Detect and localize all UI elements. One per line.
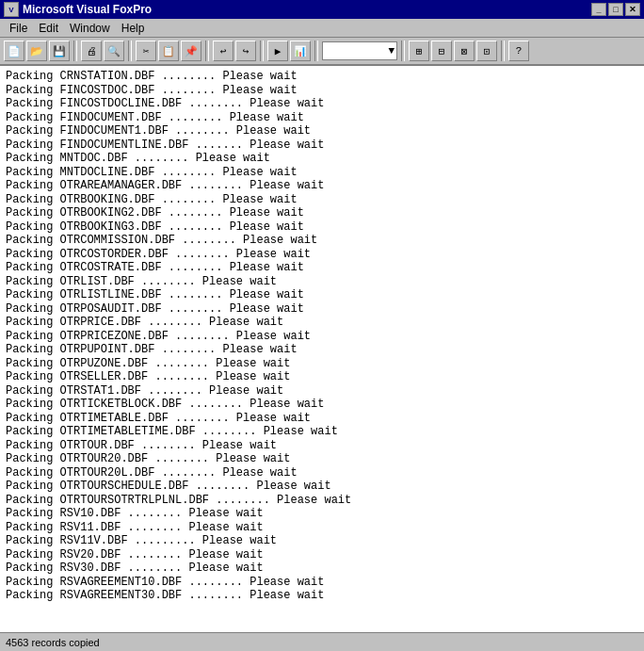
log-line: Packing OTRLISTLINE.DBF ........ Please … xyxy=(6,288,638,302)
log-line: Packing OTRAREAMANAGER.DBF ........ Plea… xyxy=(6,179,638,193)
open-button[interactable]: 📂 xyxy=(26,41,47,61)
log-line: Packing OTRPOSAUDIT.DBF ........ Please … xyxy=(6,302,638,317)
grid-button-3[interactable]: ⊠ xyxy=(454,41,475,61)
log-output: Packing CRNSTATION.DBF ........ Please w… xyxy=(0,66,644,632)
toolbar-separator-3 xyxy=(205,41,209,61)
grid-button-4[interactable]: ⊡ xyxy=(476,41,497,61)
log-line: Packing FINCOSTDOC.DBF ........ Please w… xyxy=(6,84,638,98)
undo-button[interactable]: ↩ xyxy=(213,41,233,61)
title-bar: V Microsoft Visual FoxPro _ □ ✕ xyxy=(0,0,644,19)
log-line: Packing MNTDOCLINE.DBF ........ Please w… xyxy=(6,166,638,180)
title-bar-buttons: _ □ ✕ xyxy=(591,3,640,16)
toolbar-separator-1 xyxy=(73,41,77,61)
new-button[interactable]: 📄 xyxy=(4,41,24,61)
menu-bar: File Edit Window Help xyxy=(0,19,644,38)
chevron-down-icon: ▼ xyxy=(388,45,394,57)
menu-edit[interactable]: Edit xyxy=(33,21,64,36)
copy-button[interactable]: 📋 xyxy=(158,41,179,61)
toolbar-separator-2 xyxy=(128,41,132,61)
toolbar-separator-6 xyxy=(401,41,405,61)
help-button[interactable]: ? xyxy=(508,41,529,61)
menu-window[interactable]: Window xyxy=(64,21,116,36)
redo-button[interactable]: ↪ xyxy=(235,41,256,61)
preview-button[interactable]: 🔍 xyxy=(104,41,124,61)
log-line: Packing OTRCOSTRATE.DBF ........ Please … xyxy=(6,261,638,275)
run-button[interactable]: ▶ xyxy=(267,41,288,61)
log-line: Packing OTRTOUR20L.DBF ........ Please w… xyxy=(6,466,638,480)
log-line: Packing OTRPUZONE.DBF ........ Please wa… xyxy=(6,357,638,371)
log-line: Packing OTRPUPOINT.DBF ........ Please w… xyxy=(6,343,638,357)
log-line: Packing OTRTIMETABLE.DBF ........ Please… xyxy=(6,412,638,426)
log-line: Packing OTRLIST.DBF ........ Please wait xyxy=(6,275,638,289)
cut-button[interactable]: ✂ xyxy=(136,41,156,61)
log-line: Packing OTRTOURSOTRTRLPLNL.DBF ........ … xyxy=(6,494,638,508)
log-line: Packing OTRSTAT1.DBF ........ Please wai… xyxy=(6,384,638,399)
font-dropdown[interactable]: ▼ xyxy=(322,41,397,60)
log-line: Packing RSV20.DBF ........ Please wait xyxy=(6,548,638,562)
status-bar: 4563 records copied xyxy=(0,632,644,651)
chart-button[interactable]: 📊 xyxy=(290,41,311,61)
app-icon: V xyxy=(4,2,19,17)
menu-file[interactable]: File xyxy=(4,21,33,36)
log-line: Packing OTRBOOKING.DBF ........ Please w… xyxy=(6,193,638,207)
log-line: Packing FINDOCUMENTLINE.DBF ....... Plea… xyxy=(6,138,638,153)
log-line: Packing RSV10.DBF ........ Please wait xyxy=(6,507,638,521)
log-line: Packing OTRTOUR20.DBF ........ Please wa… xyxy=(6,452,638,466)
log-line: Packing RSVAGREEMENT30.DBF ........ Plea… xyxy=(6,589,638,603)
log-line: Packing OTRSELLER.DBF ........ Please wa… xyxy=(6,370,638,384)
log-line: Packing FINCOSTDOCLINE.DBF ........ Plea… xyxy=(6,97,638,111)
log-line: Packing OTRTICKETBLOCK.DBF ........ Plea… xyxy=(6,398,638,412)
log-line: Packing OTRTOUR.DBF ........ Please wait xyxy=(6,439,638,453)
log-line: Packing MNTDOC.DBF ........ Please wait xyxy=(6,152,638,166)
minimize-button[interactable]: _ xyxy=(591,3,606,16)
log-line: Packing OTRTIMETABLETIME.DBF ........ Pl… xyxy=(6,425,638,439)
log-line: Packing OTRPRICEZONE.DBF ........ Please… xyxy=(6,330,638,344)
save-button[interactable]: 💾 xyxy=(49,41,70,61)
log-line: Packing RSVAGREEMENT10.DBF ........ Plea… xyxy=(6,576,638,590)
toolbar-separator-4 xyxy=(260,41,264,61)
log-line: Packing RSV11V.DBF ......... Please wait xyxy=(6,534,638,548)
toolbar-separator-5 xyxy=(314,41,318,61)
log-line: Packing FINDOCUMENT1.DBF ........ Please… xyxy=(6,124,638,138)
grid-button-2[interactable]: ⊟ xyxy=(431,41,452,61)
print-button[interactable]: 🖨 xyxy=(81,41,102,61)
toolbar-separator-7 xyxy=(501,41,505,61)
log-line: Packing FINDOCUMENT.DBF ........ Please … xyxy=(6,111,638,125)
log-line: Packing OTRCOSTORDER.DBF ........ Please… xyxy=(6,248,638,262)
log-line: Packing RSV11.DBF ........ Please wait xyxy=(6,521,638,535)
log-line: Packing OTRCOMMISSION.DBF ........ Pleas… xyxy=(6,234,638,248)
grid-button-1[interactable]: ⊞ xyxy=(409,41,429,61)
log-line: Packing OTRBOOKING3.DBF ........ Please … xyxy=(6,220,638,235)
log-line: Packing OTRPRICE.DBF ........ Please wai… xyxy=(6,316,638,330)
maximize-button[interactable]: □ xyxy=(608,3,623,16)
paste-button[interactable]: 📌 xyxy=(181,41,201,61)
log-line: Packing CRNSTATION.DBF ........ Please w… xyxy=(6,70,638,84)
log-line: Packing OTRTOURSCHEDULE.DBF ........ Ple… xyxy=(6,480,638,494)
log-line: Packing OTRBOOKING2.DBF ........ Please … xyxy=(6,206,638,220)
close-button[interactable]: ✕ xyxy=(625,3,640,16)
window-title: Microsoft Visual FoxPro xyxy=(23,3,591,16)
status-text: 4563 records copied xyxy=(6,637,100,648)
toolbar: 📄 📂 💾 🖨 🔍 ✂ 📋 📌 ↩ ↪ ▶ 📊 ▼ ⊞ ⊟ ⊠ ⊡ ? xyxy=(0,38,644,66)
log-line: Packing RSV30.DBF ........ Please wait xyxy=(6,561,638,576)
menu-help[interactable]: Help xyxy=(116,21,151,36)
